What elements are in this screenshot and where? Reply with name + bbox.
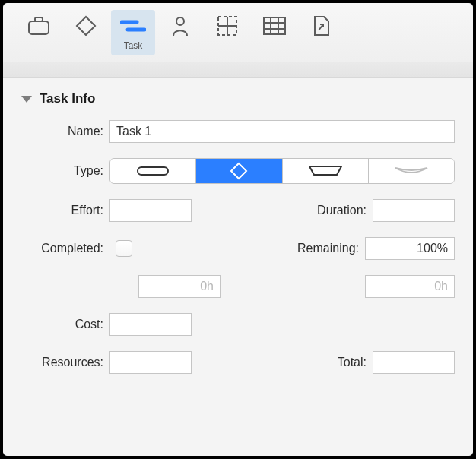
cost-input[interactable]	[109, 313, 192, 336]
type-option-hammock[interactable]	[369, 159, 454, 183]
name-label: Name:	[21, 125, 109, 138]
person-icon	[167, 13, 193, 39]
svg-rect-1	[35, 17, 43, 21]
completed-checkbox[interactable]	[116, 240, 132, 257]
toolbar-task-label: Task	[124, 40, 143, 52]
toolbar-dashboard[interactable]	[205, 10, 249, 55]
section-header[interactable]: Task Info	[21, 91, 455, 106]
type-option-task[interactable]	[110, 159, 196, 183]
milestone-shape-icon	[230, 162, 248, 180]
briefcase-icon	[26, 13, 52, 39]
toolbar-subbar	[3, 62, 473, 78]
toolbar-table[interactable]	[252, 10, 297, 55]
effort-label: Effort:	[21, 204, 109, 217]
type-label: Type:	[21, 164, 109, 178]
svg-rect-0	[29, 21, 49, 34]
effort-input[interactable]	[109, 199, 192, 222]
section-title: Task Info	[40, 91, 95, 106]
total-label: Total:	[234, 356, 373, 369]
type-segmented-control	[109, 158, 455, 184]
type-option-group[interactable]	[283, 159, 369, 183]
toolbar-task[interactable]: Task	[111, 10, 155, 55]
type-option-milestone[interactable]	[196, 159, 282, 183]
resources-input[interactable]	[109, 351, 192, 374]
task-info-panel: Task Info Name: Type:	[3, 78, 473, 456]
table-icon	[262, 13, 287, 39]
document-share-icon	[309, 13, 335, 39]
remaining-label: Remaining:	[234, 242, 365, 255]
group-shape-icon	[308, 164, 343, 178]
task-lines-icon	[120, 13, 146, 39]
hammock-shape-icon	[394, 165, 429, 177]
toolbar-resource[interactable]	[158, 10, 202, 55]
svg-point-2	[176, 17, 184, 25]
cost-label: Cost:	[21, 318, 109, 331]
completed-effort-input[interactable]	[138, 275, 221, 298]
disclosure-triangle-icon	[21, 96, 32, 103]
toolbar: Task	[3, 3, 473, 62]
inspector-window: Task	[3, 3, 473, 456]
completed-label: Completed:	[21, 242, 109, 255]
duration-label: Duration:	[234, 204, 373, 217]
task-shape-icon	[136, 165, 170, 177]
remaining-input[interactable]	[365, 237, 455, 260]
grid-dashed-icon	[214, 13, 240, 39]
remaining-effort-input[interactable]	[365, 275, 455, 298]
toolbar-milestone[interactable]	[64, 10, 108, 55]
diamond-icon	[73, 13, 99, 39]
resources-label: Resources:	[21, 356, 109, 369]
toolbar-project[interactable]	[17, 10, 61, 55]
name-input[interactable]	[109, 120, 455, 143]
svg-rect-11	[138, 167, 168, 175]
svg-rect-6	[264, 17, 285, 34]
duration-input[interactable]	[373, 199, 455, 222]
toolbar-report[interactable]	[300, 10, 344, 55]
total-input[interactable]	[373, 351, 455, 374]
